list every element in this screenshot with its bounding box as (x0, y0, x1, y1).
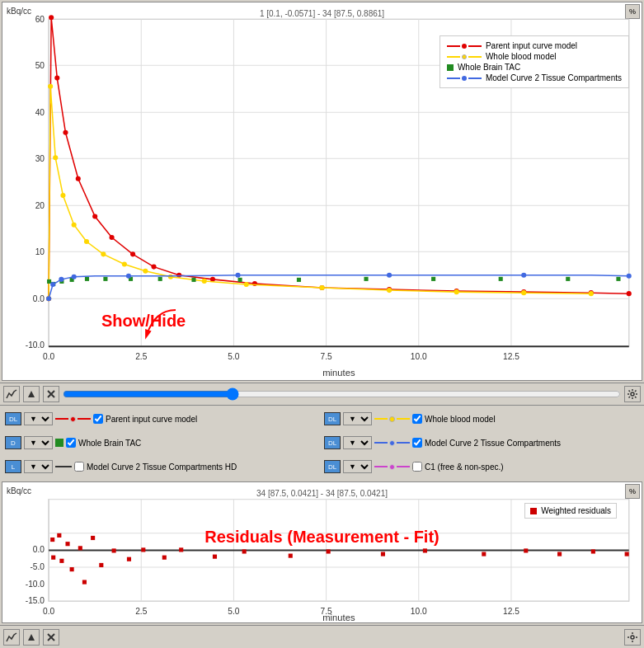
svg-marker-92 (28, 391, 35, 397)
svg-rect-74 (191, 278, 195, 282)
curve-label-c1: C1 (free & non-spec.) (425, 463, 504, 472)
svg-text:60: 60 (35, 15, 45, 24)
svg-point-52 (60, 193, 65, 198)
curve-check-blood[interactable] (412, 414, 422, 424)
settings-button[interactable] (624, 386, 641, 402)
svg-text:10.0: 10.0 (411, 607, 427, 616)
svg-rect-137 (99, 563, 103, 567)
curve-dropdown-c1[interactable]: ▼ (343, 460, 372, 473)
curve-label-blood: Whole blood model (425, 415, 496, 424)
svg-rect-75 (238, 278, 242, 282)
svg-rect-124 (91, 536, 95, 540)
svg-point-57 (143, 269, 148, 274)
svg-rect-145 (625, 552, 629, 556)
curve-row-model2tc: DL ▼ Model Curve 2 Tissue Compartments (322, 431, 641, 454)
svg-text:7.5: 7.5 (321, 352, 332, 361)
svg-rect-121 (57, 533, 61, 538)
up-button[interactable] (23, 386, 40, 402)
svg-text:2.5: 2.5 (135, 352, 147, 361)
legend-item-model: Model Curve 2 Tissue Compartments (447, 73, 622, 82)
curve-icon-c1: DL (324, 460, 341, 473)
svg-rect-139 (162, 556, 167, 560)
svg-rect-132 (591, 549, 595, 553)
svg-rect-126 (141, 547, 145, 552)
svg-point-32 (49, 15, 54, 20)
svg-text:-10.0: -10.0 (26, 340, 45, 350)
svg-point-62 (387, 288, 392, 293)
curve-label-parent: Parent input curve model (106, 415, 197, 424)
legend-label-model: Model Curve 2 Tissue Compartments (486, 73, 622, 82)
svg-rect-133 (51, 556, 55, 560)
close-button[interactable] (43, 386, 59, 402)
svg-text:12.5: 12.5 (503, 607, 519, 616)
svg-point-48 (627, 291, 632, 296)
bottom-legend: Weighted residuals (524, 503, 617, 519)
bottom-close-button[interactable] (43, 629, 59, 646)
svg-text:-5.0: -5.0 (30, 562, 45, 571)
svg-rect-134 (59, 559, 63, 563)
svg-point-82 (46, 296, 51, 301)
curve-label-brain: Whole Brain TAC (78, 439, 141, 448)
curve-dropdown-parent[interactable]: ▼ (24, 412, 53, 425)
svg-rect-123 (78, 546, 82, 550)
svg-point-56 (122, 261, 127, 266)
top-chart-legend: Parent input curve model Whole blood mod… (440, 35, 629, 88)
svg-rect-122 (65, 542, 69, 546)
svg-point-65 (589, 291, 594, 296)
svg-marker-146 (28, 634, 35, 641)
svg-text:5.0: 5.0 (228, 352, 239, 361)
svg-point-35 (76, 176, 81, 181)
svg-point-36 (92, 214, 97, 218)
svg-rect-138 (127, 557, 131, 561)
svg-text:30: 30 (35, 154, 45, 163)
curve-check-modelhd[interactable] (74, 462, 84, 472)
curve-label-modelhd: Model Curve 2 Tissue Compartments HD (87, 463, 237, 472)
svg-rect-71 (103, 277, 107, 281)
svg-point-63 (454, 289, 459, 294)
curve-controls: DL ▼ Parent input curve model DL ▼ Whole… (0, 406, 644, 480)
curve-check-c1[interactable] (412, 462, 422, 472)
curve-dropdown-blood[interactable]: ▼ (343, 412, 372, 425)
svg-point-33 (54, 76, 59, 81)
bottom-graph-button[interactable] (3, 629, 20, 646)
svg-text:minutes: minutes (322, 368, 355, 378)
curve-row-blood: DL ▼ Whole blood model (322, 407, 641, 430)
svg-point-55 (101, 251, 106, 256)
svg-point-83 (50, 282, 55, 287)
svg-point-149 (631, 636, 634, 639)
curve-check-model2tc[interactable] (412, 438, 422, 448)
svg-text:minutes: minutes (322, 613, 355, 622)
svg-text:10.0: 10.0 (411, 352, 427, 361)
showhide-label: Show/Hide (101, 312, 186, 331)
svg-point-89 (521, 273, 526, 278)
svg-rect-140 (213, 555, 217, 559)
svg-rect-78 (431, 277, 435, 281)
top-chart: kBq/cc 1 [0.1, -0.0571] - 34 [87.5, 0.88… (2, 2, 642, 381)
svg-point-86 (126, 274, 131, 279)
svg-text:-15.0: -15.0 (26, 596, 45, 605)
curve-row-modelhd: L ▼ Model Curve 2 Tissue Compartments HD (3, 455, 322, 478)
svg-rect-135 (70, 567, 74, 571)
curve-row-c1: DL ▼ C1 (free & non-spec.) (322, 455, 641, 478)
svg-point-60 (244, 282, 249, 287)
legend-item-parent: Parent input curve model (447, 41, 622, 50)
curve-check-brain[interactable] (66, 438, 76, 448)
zoom-slider[interactable] (63, 388, 621, 400)
curve-check-parent[interactable] (93, 414, 103, 424)
curve-dropdown-brain[interactable]: ▼ (24, 436, 53, 449)
curve-dropdown-modelhd[interactable]: ▼ (24, 460, 53, 473)
svg-text:0.0: 0.0 (43, 352, 54, 361)
svg-point-38 (130, 251, 135, 256)
bottom-settings-button[interactable] (624, 629, 641, 646)
svg-text:12.5: 12.5 (503, 352, 519, 361)
graph-button[interactable] (3, 386, 20, 402)
svg-text:0.0: 0.0 (33, 294, 45, 303)
curve-dropdown-model2tc[interactable]: ▼ (343, 436, 372, 449)
svg-point-51 (53, 155, 58, 160)
svg-point-87 (235, 273, 240, 278)
svg-point-34 (63, 130, 68, 135)
bottom-up-button[interactable] (23, 629, 40, 646)
legend-label-parent: Parent input curve model (486, 41, 577, 50)
svg-text:40: 40 (35, 108, 45, 117)
svg-rect-131 (524, 548, 528, 552)
